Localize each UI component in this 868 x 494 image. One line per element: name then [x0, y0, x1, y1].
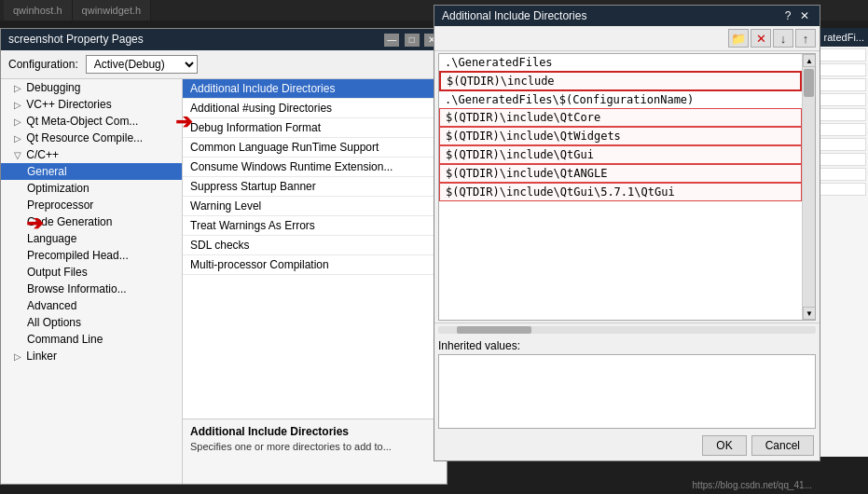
inherited-label: Inherited values:	[438, 339, 816, 352]
dialog-minimize-button[interactable]: —	[384, 34, 399, 47]
rp-line	[820, 168, 866, 181]
modal-hscroll	[434, 322, 820, 336]
list-item-qtdir-include[interactable]: $(QTDIR)\include	[439, 71, 802, 91]
list-item-qtangle[interactable]: $(QTDIR)\include\QtANGLE	[439, 164, 802, 183]
list-item-qtgui[interactable]: $(QTDIR)\include\QtGui	[439, 145, 802, 164]
rp-line	[820, 48, 866, 62]
watermark: https://blog.csdn.net/qq_41...	[693, 480, 812, 490]
prop-item-sdl-checks[interactable]: SDL checks	[183, 236, 447, 255]
tree-item-precompiled[interactable]: Precompiled Head...	[1, 247, 182, 264]
rp-line	[820, 138, 866, 151]
prop-item-clr-support[interactable]: Common Language RunTime Support	[183, 138, 447, 158]
prop-desc-title: Additional Include Directories	[190, 425, 439, 438]
rp-line	[820, 183, 866, 196]
tree-item-commandline[interactable]: Command Line	[1, 331, 182, 348]
prop-description: Additional Include Directories Specifies…	[183, 419, 447, 484]
right-panel-lines	[818, 47, 868, 199]
prop-item-suppress-banner[interactable]: Suppress Startup Banner	[183, 177, 447, 197]
tree-item-qtmeta[interactable]: ▷ Qt Meta-Object Com...	[1, 113, 182, 130]
scroll-track	[803, 67, 815, 307]
tree-item-vcdirectories[interactable]: ▷ VC++ Directories	[1, 96, 182, 113]
list-item-generatedfiles[interactable]: .\GeneratedFiles	[439, 54, 802, 71]
prop-desc-text: Specifies one or more directories to add…	[190, 441, 439, 452]
expander-icon: ▽	[14, 150, 23, 160]
property-dialog: screenshot Property Pages — □ ✕ Configur…	[0, 28, 448, 485]
list-item-qtwidgets[interactable]: $(QTDIR)\include\QtWidgets	[439, 127, 802, 145]
tree-item-general[interactable]: General	[1, 163, 182, 180]
prop-item-treat-warnings[interactable]: Treat Warnings As Errors	[183, 216, 447, 236]
tree-panel: ▷ Debugging ▷ VC++ Directories ▷ Qt Meta…	[1, 79, 183, 485]
modal-title: Additional Include Directories	[442, 9, 586, 22]
modal-footer: OK Cancel	[434, 431, 820, 460]
modal-list: .\GeneratedFiles $(QTDIR)\include .\Gene…	[439, 54, 802, 320]
list-item-qtcore[interactable]: $(QTDIR)\include\QtCore	[439, 108, 802, 127]
tree-item-optimization[interactable]: Optimization	[1, 180, 182, 197]
rp-line	[820, 123, 866, 136]
right-partial-panel: ratedFi...	[817, 28, 868, 457]
config-row: Configuration: Active(Debug)	[1, 50, 447, 79]
modal-titlebar: Additional Include Directories ? ✕	[434, 6, 820, 26]
scroll-thumb	[804, 69, 814, 97]
list-item-generatedfiles-configname[interactable]: .\GeneratedFiles\$(ConfigurationName)	[439, 91, 802, 108]
hscroll-track	[438, 326, 816, 334]
scroll-up-button[interactable]: ▲	[803, 54, 816, 67]
tree-item-preprocessor[interactable]: Preprocessor	[1, 197, 182, 213]
tree-item-alloptions[interactable]: All Options	[1, 314, 182, 331]
tree-item-debugging[interactable]: ▷ Debugging	[1, 79, 182, 96]
inherited-section: Inherited values:	[434, 336, 820, 431]
dialog-titlebar-buttons: — □ ✕	[382, 33, 439, 47]
dialog-titlebar: screenshot Property Pages — □ ✕	[1, 29, 447, 50]
tree-item-qtresource[interactable]: ▷ Qt Resource Compile...	[1, 130, 182, 146]
prop-item-multiprocessor[interactable]: Multi-processor Compilation	[183, 255, 447, 275]
prop-item-consume-winrt[interactable]: Consume Windows Runtime Extension...	[183, 158, 447, 177]
modal-help-button[interactable]: ?	[780, 9, 795, 22]
content-panel: Additional Include Directories Additiona…	[183, 79, 447, 485]
right-panel-header: ratedFi...	[818, 28, 868, 47]
delete-button[interactable]: ✕	[751, 29, 771, 48]
tab-qwinwidget[interactable]: qwinwidget.h	[73, 0, 152, 21]
inherited-box	[438, 354, 816, 429]
cancel-button[interactable]: Cancel	[751, 435, 814, 456]
tree-item-language[interactable]: Language	[1, 230, 182, 247]
dialog-body: ▷ Debugging ▷ VC++ Directories ▷ Qt Meta…	[1, 79, 447, 485]
prop-item-warning-level[interactable]: Warning Level	[183, 197, 447, 216]
modal-title-buttons: ? ✕	[780, 9, 812, 22]
modal-close-button[interactable]: ✕	[797, 9, 812, 22]
config-label: Configuration:	[8, 58, 78, 71]
move-down-button[interactable]: ↓	[773, 29, 793, 48]
modal-toolbar: 📁 ✕ ↓ ↑	[434, 26, 820, 51]
dialog-title: screenshot Property Pages	[8, 33, 144, 46]
prop-item-additional-using[interactable]: Additional #using Directories	[183, 99, 447, 118]
expander-icon: ▷	[14, 100, 23, 110]
expander-icon: ▷	[14, 83, 23, 93]
move-up-button[interactable]: ↑	[795, 29, 816, 48]
tree-item-outputfiles[interactable]: Output Files	[1, 264, 182, 281]
tree-item-advanced[interactable]: Advanced	[1, 297, 182, 314]
modal-list-area: .\GeneratedFiles $(QTDIR)\include .\Gene…	[438, 53, 816, 321]
rp-line	[820, 78, 866, 91]
property-list: Additional Include Directories Additiona…	[183, 79, 447, 419]
rp-line	[820, 93, 866, 106]
config-select[interactable]: Active(Debug)	[86, 55, 198, 74]
hscroll-thumb	[457, 326, 531, 334]
tree-item-cpp[interactable]: ▽ C/C++	[1, 146, 182, 163]
rp-line	[820, 153, 866, 166]
vscroll: ▲ ▼	[802, 54, 815, 320]
tree-item-codegeneration[interactable]: Code Generation	[1, 213, 182, 230]
tree-item-linker[interactable]: ▷ Linker	[1, 348, 182, 364]
include-modal: Additional Include Directories ? ✕ 📁 ✕ ↓…	[434, 5, 820, 461]
prop-item-debug-info[interactable]: Debug Information Format	[183, 118, 447, 138]
prop-item-additional-include[interactable]: Additional Include Directories	[183, 79, 447, 99]
rp-line	[820, 108, 866, 121]
rp-line	[820, 63, 866, 76]
tab-qwinhost[interactable]: qwinhost.h	[4, 0, 73, 21]
dialog-maximize-button[interactable]: □	[405, 34, 420, 47]
scroll-down-button[interactable]: ▼	[803, 307, 816, 320]
ok-button[interactable]: OK	[702, 435, 746, 456]
folder-button[interactable]: 📁	[728, 29, 749, 48]
expander-icon: ▷	[14, 117, 23, 127]
tree-item-browseinformation[interactable]: Browse Informatio...	[1, 281, 182, 297]
expander-icon: ▷	[14, 133, 23, 144]
list-item-qtgui-versioned[interactable]: $(QTDIR)\include\QtGui\5.7.1\QtGui	[439, 183, 802, 201]
expander-icon: ▷	[14, 351, 23, 362]
